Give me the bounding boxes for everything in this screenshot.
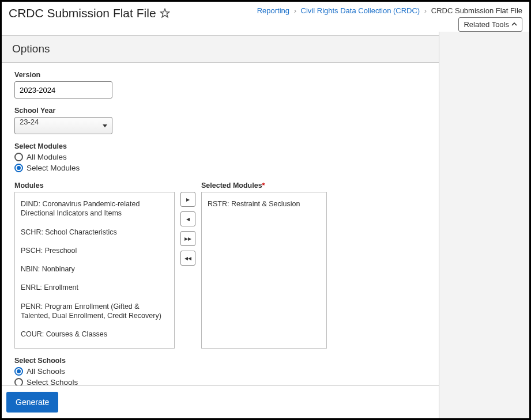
move-all-left-button[interactable]: ◂◂ (180, 251, 195, 266)
selected-modules-heading: Selected Modules* (201, 181, 327, 190)
school-year-value: 23-24 (20, 118, 39, 126)
generate-button[interactable]: Generate (6, 392, 58, 413)
list-item[interactable]: PENR: Program Enrollment (Gifted & Talen… (15, 297, 174, 326)
radio-icon (14, 153, 23, 161)
chevron-up-icon (511, 20, 517, 29)
breadcrumb-crdc[interactable]: Civil Rights Data Collection (CRDC) (301, 6, 420, 15)
radio-all-schools[interactable]: All Schools (14, 367, 426, 376)
school-year-select[interactable]: 23-24 (14, 117, 112, 134)
side-panel (439, 32, 529, 418)
radio-select-schools-label: Select Schools (27, 378, 78, 385)
radio-icon (14, 367, 23, 376)
related-tools-label: Related Tools (464, 20, 509, 29)
school-year-label: School Year (14, 107, 426, 115)
breadcrumb-reporting[interactable]: Reporting (257, 6, 289, 15)
chevron-right-icon: › (424, 6, 427, 15)
radio-select-modules[interactable]: Select Modules (14, 164, 426, 172)
version-label: Version (14, 71, 426, 79)
radio-all-modules[interactable]: All Modules (14, 153, 426, 161)
breadcrumb-current: CRDC Submission Flat File (431, 6, 522, 15)
select-schools-label: Select Schools (14, 357, 426, 365)
breadcrumb: Reporting › Civil Rights Data Collection… (257, 6, 522, 15)
double-triangle-left-icon: ◂◂ (184, 254, 191, 262)
list-item[interactable]: COUR: Courses & Classes (15, 325, 174, 343)
radio-icon (14, 378, 23, 385)
move-all-right-button[interactable]: ▸▸ (180, 231, 195, 246)
radio-icon (14, 164, 23, 172)
svg-marker-0 (160, 9, 169, 17)
move-left-button[interactable]: ◂ (180, 211, 195, 226)
page-title: CRDC Submission Flat File (9, 6, 156, 20)
radio-all-schools-label: All Schools (27, 367, 65, 376)
list-item[interactable]: ENRL: Enrollment (15, 278, 174, 297)
list-item[interactable]: RSTR: Restraint & Seclusion (202, 195, 326, 213)
select-modules-label: Select Modules (14, 142, 426, 150)
list-item[interactable]: NBIN: Nonbinary (15, 260, 174, 278)
list-item[interactable]: PSCH: Preschool (15, 241, 174, 260)
double-triangle-right-icon: ▸▸ (184, 234, 191, 243)
modules-heading: Modules (14, 181, 175, 190)
chevron-right-icon: › (294, 6, 296, 15)
radio-all-modules-label: All Modules (27, 153, 67, 161)
radio-select-schools[interactable]: Select Schools (14, 378, 426, 385)
list-item[interactable]: DIND: Coronavirus Pandemic-related Direc… (15, 195, 174, 223)
move-right-button[interactable]: ▸ (180, 192, 195, 207)
related-tools-button[interactable]: Related Tools (458, 17, 522, 32)
available-modules-list[interactable]: DIND: Coronavirus Pandemic-related Direc… (14, 192, 175, 349)
triangle-right-icon: ▸ (186, 195, 190, 203)
triangle-left-icon: ◂ (186, 215, 190, 223)
list-item[interactable]: SCHR: School Characteristics (15, 223, 174, 241)
radio-select-modules-label: Select Modules (27, 164, 80, 172)
version-input[interactable] (14, 81, 112, 99)
list-item[interactable]: APIB: Advanced Placement (AP) & (15, 343, 174, 349)
selected-modules-list[interactable]: RSTR: Restraint & Seclusion (201, 192, 327, 349)
star-icon[interactable] (160, 8, 170, 18)
options-panel-title: Options (2, 35, 439, 63)
